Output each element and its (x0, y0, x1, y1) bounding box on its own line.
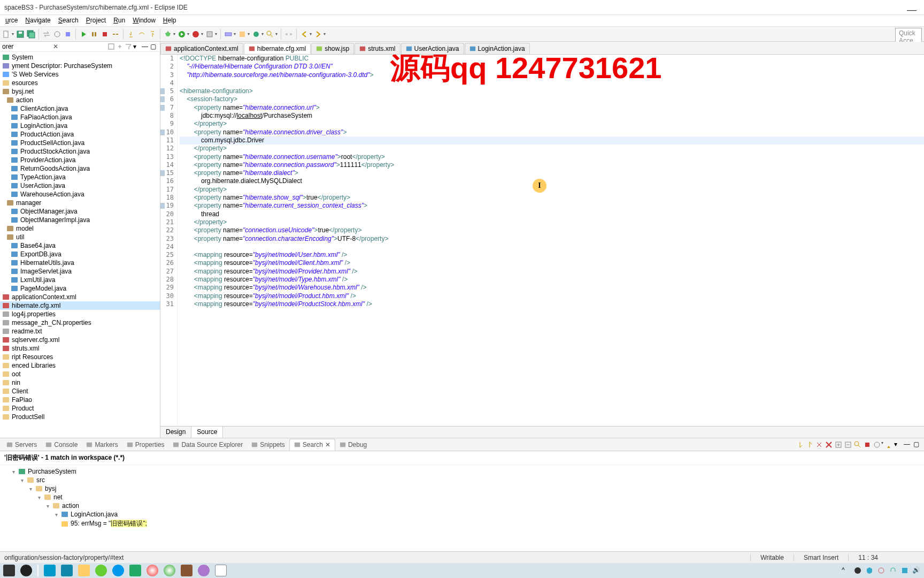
suspend-icon[interactable] (90, 30, 98, 39)
minimize-view-icon[interactable]: — (142, 43, 149, 50)
editor-tab[interactable]: LoginAction.java (465, 43, 530, 54)
tree-item[interactable]: bysj.net (0, 87, 160, 96)
menu-urce[interactable]: urce (2, 15, 21, 26)
menu-project[interactable]: Project (83, 15, 109, 26)
tree-item[interactable]: System (0, 53, 160, 62)
tree-item[interactable]: enced Libraries (0, 361, 160, 370)
tree-item[interactable]: ProductSellAction.java (0, 139, 160, 147)
new-package-icon[interactable] (238, 30, 247, 39)
tab-design[interactable]: Design (160, 427, 191, 438)
close-icon[interactable]: ✕ (53, 43, 58, 50)
app-k-icon[interactable] (44, 565, 56, 576)
link-editor-icon[interactable] (116, 43, 124, 50)
tree-item[interactable]: struts.xml (0, 344, 160, 353)
app-eclipse-icon[interactable] (198, 565, 210, 576)
run-search-again-icon[interactable] (853, 440, 862, 449)
app-chrome2-icon[interactable] (164, 565, 175, 576)
tree-item[interactable]: FaPiaoAction.java (0, 113, 160, 121)
switch-icon[interactable] (42, 30, 51, 39)
app-obs-icon[interactable] (3, 565, 15, 576)
tree-item[interactable]: model (0, 224, 160, 233)
tree-item[interactable]: ript Resources (0, 353, 160, 361)
editor-tab[interactable]: struts.xml (355, 43, 400, 54)
minimize-bottom-icon[interactable]: — (904, 440, 912, 449)
bottom-tab-snippets[interactable]: Snippets (247, 439, 289, 450)
tree-item[interactable]: UserAction.java (0, 181, 160, 190)
tree-item[interactable]: Client (0, 387, 160, 396)
pin-search-icon[interactable] (884, 440, 893, 449)
menu-run[interactable]: Run (110, 15, 128, 26)
tree-item[interactable]: ExportDB.java (0, 250, 160, 258)
expand-icon[interactable]: ▾ (53, 512, 59, 518)
new-icon[interactable] (2, 30, 11, 39)
view-menu-icon[interactable]: ▾ (133, 43, 141, 50)
tree-item[interactable]: FaPiao (0, 396, 160, 404)
tray-penguin-icon[interactable] (853, 566, 862, 575)
step-over-icon[interactable] (137, 30, 146, 39)
search-result-item[interactable]: ▾PurchaseSystem (4, 467, 920, 476)
search-result-item[interactable]: 95: errMsg = "旧密码错误"; (4, 519, 920, 529)
tree-item[interactable]: oot (0, 370, 160, 378)
disconnect-icon[interactable] (111, 30, 120, 39)
back-icon[interactable] (300, 30, 309, 39)
step-return-icon[interactable] (148, 30, 157, 39)
tray-antivirus-icon[interactable] (865, 566, 874, 575)
search-result-item[interactable]: ▾LoginAction.java (4, 510, 920, 519)
tree-item[interactable]: PageModel.java (0, 284, 160, 293)
open-type-icon[interactable] (252, 30, 260, 39)
app-doc-icon[interactable] (215, 565, 227, 576)
close-icon[interactable]: ✕ (325, 441, 330, 448)
menu-window[interactable]: Window (129, 15, 159, 26)
app-brown-icon[interactable] (181, 565, 192, 576)
new-server-icon[interactable] (224, 30, 233, 39)
tree-item[interactable]: util (0, 233, 160, 241)
save-all-icon[interactable] (27, 30, 35, 39)
tree-item[interactable]: Base64.java (0, 241, 160, 250)
expand-all-icon[interactable] (834, 440, 843, 449)
app-globe-icon[interactable] (95, 565, 107, 576)
run-icon[interactable] (178, 30, 186, 39)
tree-item[interactable]: 'S Web Services (0, 70, 160, 79)
build-icon[interactable] (53, 30, 61, 39)
expand-icon[interactable]: ▾ (19, 477, 25, 483)
app-excel-icon[interactable] (129, 565, 141, 576)
run-last-icon[interactable] (191, 30, 200, 39)
external-tools-icon[interactable] (205, 30, 214, 39)
search-result-item[interactable]: ▾net (4, 493, 920, 501)
explorer-tab-label[interactable]: orer (2, 43, 51, 50)
next-match-icon[interactable] (796, 440, 804, 449)
app-fan-icon[interactable] (20, 565, 32, 576)
app-explorer-icon[interactable] (78, 565, 90, 576)
tree-item[interactable]: sqlserver.cfg.xml (0, 336, 160, 344)
bottom-tab-console[interactable]: Console (41, 439, 82, 450)
menu-help[interactable]: Help (160, 15, 180, 26)
tree-item[interactable]: TypeAction.java (0, 173, 160, 181)
line-gutter[interactable]: 1234567891011121314151617181920212223242… (160, 55, 178, 426)
bottom-tab-markers[interactable]: Markers (82, 439, 122, 450)
tree-item[interactable]: LxmUtil.java (0, 276, 160, 284)
tree-item[interactable]: ProductAction.java (0, 130, 160, 139)
tray-headset-icon[interactable] (889, 566, 897, 575)
tree-item[interactable]: message_zh_CN.properties (0, 318, 160, 327)
editor-tab[interactable]: show.jsp (311, 43, 354, 54)
resume-icon[interactable] (79, 30, 88, 39)
tree-item[interactable]: WarehouseAction.java (0, 190, 160, 199)
tab-source[interactable]: Source (191, 427, 223, 438)
expand-icon[interactable]: ▾ (36, 495, 42, 500)
collapse-all-icon[interactable] (107, 43, 115, 50)
save-icon[interactable] (16, 30, 25, 39)
tree-item[interactable]: applicationContext.xml (0, 293, 160, 301)
minimize-icon[interactable]: — (907, 2, 917, 17)
tree-item[interactable]: esources (0, 79, 160, 87)
tree-item[interactable]: Product (0, 404, 160, 413)
app-notepad-icon[interactable] (61, 565, 73, 576)
tree-item[interactable]: ImageServlet.java (0, 267, 160, 276)
tree-item[interactable]: nin (0, 378, 160, 387)
bottom-tab-properties[interactable]: Properties (122, 439, 169, 450)
tree-item[interactable]: ReturnGoodsAction.java (0, 164, 160, 173)
tree-item[interactable]: ProductSell (0, 413, 160, 421)
tray-volume-icon[interactable]: 🔊 (912, 566, 921, 575)
terminate-icon[interactable] (101, 30, 109, 39)
tree-item[interactable]: HibernateUtils.java (0, 258, 160, 267)
maximize-view-icon[interactable]: ▢ (150, 43, 158, 50)
